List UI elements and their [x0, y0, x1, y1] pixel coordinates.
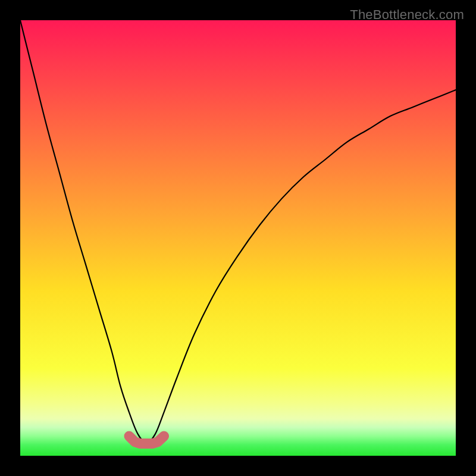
- bottleneck-curve: [20, 20, 456, 443]
- plot-area: [20, 20, 456, 456]
- safe-zone-markers: [129, 436, 164, 443]
- curve-layer: [20, 20, 456, 456]
- chart-container: TheBottleneck.com: [0, 0, 476, 476]
